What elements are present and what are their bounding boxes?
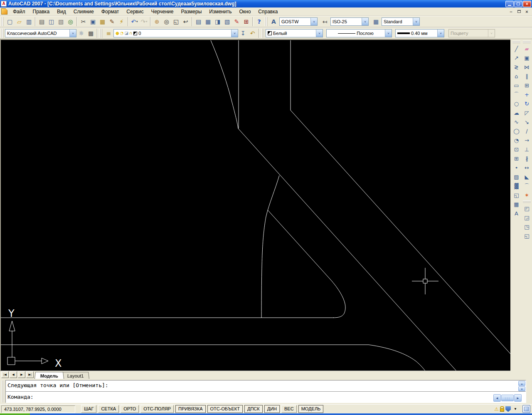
arc-button[interactable]: ⌒ [512,90,521,99]
chevron-down-icon[interactable]: ˅ [316,30,323,37]
first-tab-button[interactable]: |◀ [1,371,9,378]
command-prompt-line[interactable]: Команда: [6,392,526,403]
zoom-realtime-button[interactable]: ◎ [162,17,171,27]
command-horizontal-scrollbar[interactable]: ◀ ||| ▶ [493,394,522,402]
polyline-button[interactable]: ≷ [512,62,521,72]
stretch-button[interactable]: ↘ [522,117,532,126]
copy-object-button[interactable]: ▣ [522,53,532,62]
status-toggle-дпск[interactable]: ДПСК [244,405,263,413]
cut-button[interactable]: ✂ [79,17,88,27]
table-button[interactable]: ▦ [512,200,521,209]
trim-button[interactable]: ∕ [522,126,532,136]
ellipse-arc-button[interactable]: ◔ [512,136,521,145]
redo-dropdown-caret[interactable]: ▾ [146,20,148,23]
paste-button[interactable]: ▦ [98,17,107,27]
send-under-objects-button[interactable]: ◱ [522,231,532,240]
status-toggle-привязка[interactable]: ПРИВЯЗКА [175,405,205,413]
markup-set-manager-button[interactable]: ✎ [232,17,241,27]
menu-изменить[interactable]: Изменить [205,8,235,15]
restore-button[interactable] [514,1,522,7]
table-style-button[interactable]: ▦ [371,17,381,27]
properties-button[interactable]: ▤ [194,17,203,27]
designcenter-button[interactable]: ▦ [203,17,213,27]
chevron-down-icon[interactable]: ˅ [385,30,392,37]
rotate-button[interactable]: ↻ [522,99,532,108]
dim-style-button[interactable]: ↤ [320,17,330,27]
extend-button[interactable]: → [522,136,532,145]
fillet-button[interactable]: ⌒ [522,181,532,190]
command-window-grip[interactable] [1,380,5,403]
close-button[interactable]: × [523,1,531,7]
undo-dropdown-caret[interactable]: ▾ [136,20,138,23]
dim-style-combo[interactable]: ISO-25 ˅ [330,17,369,26]
send-to-back-button[interactable]: ◲ [522,213,532,222]
scroll-right-button[interactable]: ▶ [514,394,522,402]
prev-tab-button[interactable]: ◀ [10,371,17,378]
scale-button[interactable]: ◸ [522,108,532,117]
drawing-canvas[interactable]: YX [1,40,510,371]
sheet-set-manager-button[interactable]: ▧ [222,17,232,27]
layer-combo[interactable]: ●◔◪∩ 0 ˅ [113,29,238,37]
menu-формат[interactable]: Формат [98,8,123,15]
block-editor-button[interactable]: ⚡ [117,17,126,27]
ellipse-button[interactable]: ◯ [512,126,521,136]
layers-toolbar-grip[interactable] [100,29,103,38]
break-button[interactable]: ∦ [522,154,532,163]
workspace-settings-button[interactable]: ☼ [76,29,86,38]
styles-toolbar-grip[interactable] [265,17,268,26]
polygon-button[interactable]: ⌂ [512,72,521,81]
status-toggle-модель[interactable]: МОДЕЛЬ [298,405,324,413]
join-button[interactable]: ↔ [522,163,532,172]
make-object-layer-current-button[interactable]: ↧ [238,29,248,38]
undo-button[interactable]: ↶▾ [130,17,139,27]
status-toggle-сетка[interactable]: СЕТКА [98,405,119,413]
toolbar-grip[interactable] [1,17,4,26]
zoom-previous-button[interactable]: ↩ [181,17,190,27]
redo-button[interactable]: ↷▾ [139,17,149,27]
scroll-up-button[interactable]: ▲ [518,381,525,386]
menu-вид[interactable]: Вид [53,8,70,15]
circle-button[interactable]: ○ [512,99,521,108]
status-toggle-отс-поляр[interactable]: ОТС-ПОЛЯР [140,405,174,413]
bring-to-front-button[interactable]: ◰ [522,204,532,213]
scroll-thumb[interactable]: ||| [501,395,514,401]
properties-toolbar-grip[interactable] [261,29,264,38]
chevron-down-icon[interactable]: ˅ [231,30,238,37]
zoom-window-button[interactable]: ◱ [171,17,181,27]
status-toggle-орто[interactable]: ОРТО [121,405,139,413]
toolbar-lock-icon[interactable] [500,408,504,412]
standards-shield-icon[interactable]: ✓ [505,406,511,412]
offset-button[interactable]: ∥ [522,72,532,81]
draworder-toolbar-grip[interactable] [523,200,531,203]
new-button[interactable]: ▢ [5,17,15,27]
chevron-down-icon[interactable]: ˅ [362,18,368,25]
workspace-combo[interactable]: Классический AutoCAD ˅ [5,29,76,37]
gradient-button[interactable]: ▓ [512,181,521,190]
tab-layout1[interactable]: Layout1 [62,372,89,379]
menu-размеры[interactable]: Размеры [177,8,205,15]
hatch-button[interactable]: ▨ [512,172,521,181]
lineweight-combo[interactable]: 0.40 мм ˅ [395,29,444,37]
text-style-button[interactable]: A [269,17,278,27]
layer-properties-manager-button[interactable]: ≡ [104,29,113,38]
pan-button[interactable]: ⊕ [152,17,162,27]
command-text-area[interactable]: Следующая точка или [Отменить]: Команда:… [5,380,526,403]
open-button[interactable]: ▱ [15,17,24,27]
plot-preview-button[interactable]: ◫ [47,17,56,27]
rectangle-button[interactable]: ▭ [512,81,521,90]
tray-dropdown-arrow[interactable]: ▼ [514,407,517,411]
make-block-button[interactable]: ⊞ [512,154,521,163]
menu-сервис[interactable]: Сервис [123,8,147,15]
chevron-down-icon[interactable]: ˅ [310,18,317,25]
workspaces-toolbar-grip[interactable] [1,29,4,38]
table-style-combo[interactable]: Standard ˅ [382,17,420,26]
status-toggle-шаг[interactable]: ШАГ [81,405,96,413]
line-button[interactable]: ╱ [512,44,521,53]
bring-above-objects-button[interactable]: ◳ [522,222,532,231]
communication-center-icon[interactable]: ⚠ [494,407,499,412]
status-toggle-дин[interactable]: ДИН [264,405,280,413]
status-toggle-вес[interactable]: ВЕС [281,405,297,413]
publish-button[interactable]: ▧ [56,17,66,27]
coordinate-readout[interactable]: 473.3107, 787.9925, 0.0000 [1,405,75,413]
linetype-combo[interactable]: Послою ˅ [326,29,392,37]
